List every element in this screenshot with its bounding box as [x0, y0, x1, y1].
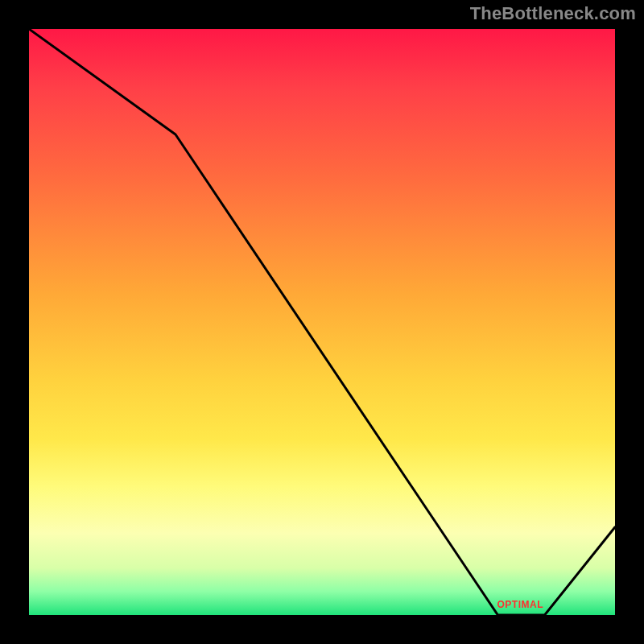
plot-background: [29, 29, 615, 615]
optimal-label: OPTIMAL: [497, 599, 544, 610]
bottleneck-chart: TheBottleneck.com OPTIMAL: [0, 0, 644, 644]
watermark-text: TheBottleneck.com: [470, 3, 636, 24]
